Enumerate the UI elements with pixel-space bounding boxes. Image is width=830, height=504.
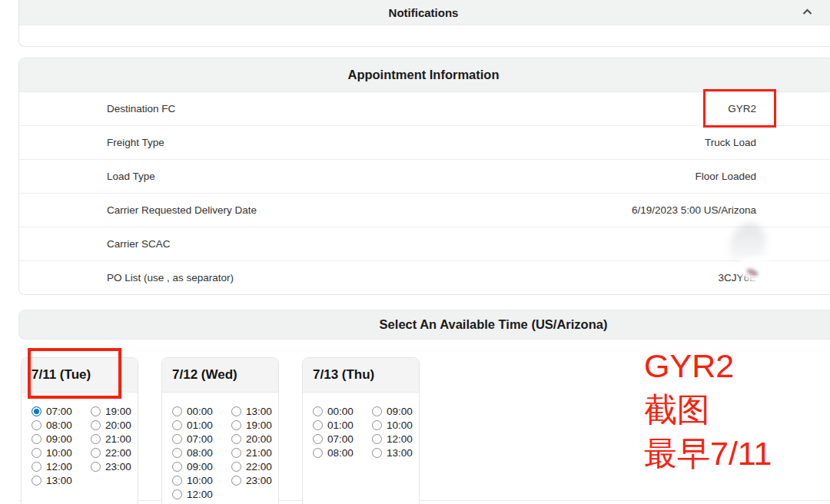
radio-icon[interactable] <box>231 462 241 472</box>
radio-icon[interactable] <box>172 448 182 458</box>
radio-icon[interactable] <box>172 476 182 486</box>
time-slot-option[interactable]: 19:00 <box>231 418 278 432</box>
field-value: 6/19/2023 5:00 US/Arizona <box>632 204 756 216</box>
time-slot-label: 07:00 <box>46 406 72 417</box>
time-slot-option[interactable]: 00:00 <box>172 404 219 418</box>
day-card-title: 7/13 (Thu) <box>303 358 419 393</box>
time-slot-option[interactable]: 12:00 <box>32 459 78 473</box>
radio-icon[interactable] <box>313 420 323 430</box>
radio-icon[interactable] <box>91 462 101 472</box>
radio-icon[interactable] <box>372 448 382 458</box>
radio-icon[interactable] <box>91 448 101 458</box>
time-slot-option[interactable]: 08:00 <box>172 446 219 459</box>
radio-icon[interactable] <box>91 406 101 416</box>
red-annotation-text: GYR2截图最早7/11 <box>644 344 772 476</box>
radio-icon[interactable] <box>231 434 241 444</box>
time-slot-option[interactable]: 07:00 <box>32 404 78 418</box>
radio-icon[interactable] <box>231 448 241 458</box>
time-slot-label: 08:00 <box>46 419 72 431</box>
time-slot-label: 19:00 <box>246 419 272 431</box>
radio-icon[interactable] <box>32 462 42 472</box>
annotation-box-gyr2 <box>703 89 776 128</box>
time-slot-option[interactable]: 12:00 <box>172 487 219 501</box>
time-slot-option[interactable]: 08:00 <box>313 446 360 459</box>
radio-icon[interactable] <box>313 448 323 458</box>
radio-icon[interactable] <box>372 406 382 416</box>
time-slot-label: 10:00 <box>187 475 213 486</box>
radio-icon[interactable] <box>313 434 323 444</box>
day-card: 7/13 (Thu)00:0001:0007:0008:0009:0010:00… <box>302 357 420 504</box>
time-slot-label: 23:00 <box>105 461 131 472</box>
time-slot-label: 13:00 <box>387 447 413 459</box>
time-column: 07:0008:0009:0010:0012:0013:00 <box>32 404 78 487</box>
red-annotation-line: GYR2 <box>644 344 772 388</box>
time-slot-option[interactable]: 01:00 <box>313 418 360 432</box>
radio-selected-icon[interactable] <box>32 406 42 416</box>
time-slot-option[interactable]: 10:00 <box>32 446 78 459</box>
time-slot-label: 13:00 <box>46 475 72 486</box>
time-slot-label: 12:00 <box>187 489 213 500</box>
time-slot-option[interactable]: 13:00 <box>372 446 419 459</box>
appointment-row: Carrier Requested Delivery Date6/19/2023… <box>19 193 830 227</box>
day-card-times: 07:0008:0009:0010:0012:0013:0019:0020:00… <box>22 393 138 487</box>
time-slot-option[interactable]: 22:00 <box>91 446 138 459</box>
radio-icon[interactable] <box>172 489 182 499</box>
time-slot-option[interactable]: 21:00 <box>91 432 138 446</box>
time-slot-option[interactable]: 22:00 <box>231 459 278 473</box>
time-slot-label: 10:00 <box>387 419 413 431</box>
radio-icon[interactable] <box>372 434 382 444</box>
day-card-times: 00:0001:0007:0008:0009:0010:0012:0013:00… <box>162 393 278 501</box>
time-slot-option[interactable]: 00:00 <box>313 404 360 418</box>
time-slot-option[interactable]: 09:00 <box>172 459 219 473</box>
time-slot-label: 08:00 <box>327 447 354 459</box>
radio-icon[interactable] <box>231 406 241 416</box>
radio-icon[interactable] <box>32 448 42 458</box>
radio-icon[interactable] <box>172 434 182 444</box>
time-slot-option[interactable]: 12:00 <box>372 432 419 446</box>
time-slot-option[interactable]: 07:00 <box>313 432 360 446</box>
radio-icon[interactable] <box>313 406 323 416</box>
radio-icon[interactable] <box>172 406 182 416</box>
appointment-row: Freight TypeTruck Load <box>19 125 830 159</box>
radio-icon[interactable] <box>172 420 182 430</box>
field-label: Carrier Requested Delivery Date <box>107 204 257 216</box>
time-slot-option[interactable]: 19:00 <box>91 404 138 418</box>
radio-icon[interactable] <box>32 476 42 486</box>
time-slot-option[interactable]: 08:00 <box>32 418 78 432</box>
day-card: 7/12 (Wed)00:0001:0007:0008:0009:0010:00… <box>161 357 279 504</box>
red-annotation-line: 截图 <box>644 388 772 432</box>
time-slot-option[interactable]: 20:00 <box>91 418 138 432</box>
chevron-up-icon[interactable] <box>800 5 814 18</box>
radio-icon[interactable] <box>32 420 42 430</box>
time-slot-label: 23:00 <box>246 475 272 486</box>
radio-icon[interactable] <box>91 420 101 430</box>
appointment-row: Load TypeFloor Loaded <box>19 159 830 193</box>
radio-icon[interactable] <box>231 476 241 486</box>
time-slot-label: 20:00 <box>105 419 131 431</box>
time-slot-label: 21:00 <box>105 433 131 445</box>
field-value: Truck Load <box>705 137 756 148</box>
time-slot-option[interactable]: 10:00 <box>372 418 419 432</box>
time-slot-option[interactable]: 21:00 <box>231 446 278 459</box>
time-slot-option[interactable]: 23:00 <box>91 459 138 473</box>
time-slot-option[interactable]: 13:00 <box>231 404 278 418</box>
radio-icon[interactable] <box>91 434 101 444</box>
field-label: PO List (use , as separator) <box>107 272 234 284</box>
time-slot-option[interactable]: 09:00 <box>372 404 419 418</box>
time-slot-option[interactable]: 01:00 <box>172 418 219 432</box>
time-slot-option[interactable]: 09:00 <box>32 432 78 446</box>
radio-icon[interactable] <box>172 462 182 472</box>
field-label: Carrier SCAC <box>107 238 171 250</box>
radio-icon[interactable] <box>32 434 42 444</box>
time-slot-label: 08:00 <box>187 447 213 459</box>
time-slot-option[interactable]: 20:00 <box>231 432 278 446</box>
notifications-card: Notifications <box>18 0 830 47</box>
field-value: Floor Loaded <box>695 171 756 182</box>
time-slot-option[interactable]: 23:00 <box>231 473 278 487</box>
time-slot-option[interactable]: 07:00 <box>172 432 219 446</box>
time-slot-option[interactable]: 13:00 <box>32 473 78 487</box>
radio-icon[interactable] <box>372 420 382 430</box>
time-slot-option[interactable]: 10:00 <box>172 473 219 487</box>
time-slot-label: 00:00 <box>327 406 354 417</box>
radio-icon[interactable] <box>231 420 241 430</box>
